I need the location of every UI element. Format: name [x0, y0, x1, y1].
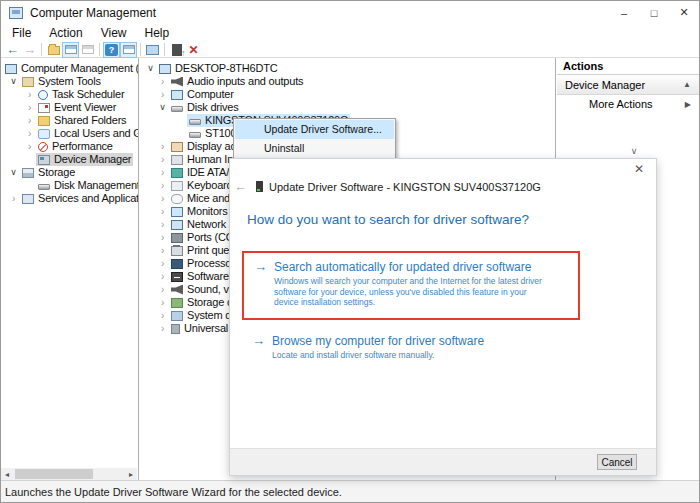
- chevron-right-icon[interactable]: ›: [156, 244, 169, 257]
- dialog-back-icon[interactable]: ←: [234, 179, 247, 194]
- forward-icon[interactable]: →: [21, 42, 38, 58]
- tree-item-services-applications[interactable]: › Services and Applications: [1, 192, 138, 205]
- chevron-right-icon[interactable]: ›: [156, 270, 169, 283]
- cancel-button[interactable]: Cancel: [597, 454, 637, 470]
- actions-group-device-manager[interactable]: Device Manager ▲: [557, 75, 699, 95]
- chevron-down-icon[interactable]: ∨: [156, 101, 169, 114]
- device-manager-icon: [38, 155, 50, 165]
- chevron-right-icon[interactable]: ›: [23, 114, 36, 127]
- tree-item-disk-drives[interactable]: ∨ Disk drives: [140, 101, 555, 114]
- dialog-close-icon[interactable]: ✕: [634, 162, 644, 176]
- tree-item-computer-management[interactable]: Computer Management (Local: [1, 62, 138, 75]
- dialog-footer: Cancel: [230, 448, 656, 475]
- scroll-left-icon[interactable]: ◂: [1, 470, 13, 479]
- help-icon[interactable]: ?: [103, 42, 120, 58]
- sound-icon: [171, 285, 183, 295]
- tree-item-storage[interactable]: ∨ Storage: [1, 166, 138, 179]
- chevron-down-icon[interactable]: ∨: [144, 62, 157, 75]
- system-devices-icon: [171, 311, 183, 321]
- back-icon[interactable]: ←: [4, 42, 21, 58]
- ports-icon: [171, 233, 183, 243]
- scrollbar-thumb[interactable]: [15, 469, 93, 479]
- scroll-down-chevron-icon[interactable]: ∨: [631, 146, 638, 156]
- option-title: Browse my computer for driver software: [272, 334, 484, 348]
- chevron-right-icon[interactable]: ›: [156, 205, 169, 218]
- tree-item-audio[interactable]: › Audio inputs and outputs: [140, 75, 555, 88]
- users-icon: [38, 129, 50, 139]
- status-bar: Launches the Update Driver Software Wiza…: [1, 480, 699, 502]
- collapse-icon[interactable]: ▲: [683, 80, 691, 89]
- update-driver-icon[interactable]: ↑: [168, 42, 185, 58]
- disk-management-icon: [38, 184, 50, 190]
- more-actions-item[interactable]: More Actions ▶: [557, 95, 699, 113]
- update-driver-dialog: ✕ ← Update Driver Software - KINGSTON SU…: [229, 158, 657, 476]
- chevron-right-icon[interactable]: ›: [156, 192, 169, 205]
- menu-item-update-driver-software[interactable]: Update Driver Software...: [235, 120, 394, 139]
- tree-item-device-manager[interactable]: Device Manager: [1, 153, 138, 166]
- tree-item-local-users-groups[interactable]: › Local Users and Groups: [1, 127, 138, 140]
- menu-item-uninstall[interactable]: Uninstall: [235, 139, 394, 158]
- chevron-right-icon[interactable]: ›: [23, 101, 36, 114]
- tree-item-task-scheduler[interactable]: › Task Scheduler: [1, 88, 138, 101]
- menu-action[interactable]: Action: [40, 25, 91, 41]
- arrow-right-icon: →: [252, 333, 265, 348]
- chevron-right-icon[interactable]: ›: [156, 296, 169, 309]
- tree-item-shared-folders[interactable]: › Shared Folders: [1, 114, 138, 127]
- menu-help[interactable]: Help: [136, 25, 179, 41]
- chevron-right-icon[interactable]: ›: [156, 88, 169, 101]
- tree-item-event-viewer[interactable]: › Event Viewer: [1, 101, 138, 114]
- scroll-right-icon[interactable]: ▸: [125, 470, 137, 479]
- remote-computer-icon[interactable]: [144, 42, 161, 58]
- tree-item-performance[interactable]: › Performance: [1, 140, 138, 153]
- computer-management-icon: [5, 64, 17, 74]
- ide-icon: [171, 168, 183, 178]
- arrow-right-icon: →: [254, 259, 267, 274]
- chevron-right-icon[interactable]: ›: [156, 309, 169, 322]
- minimize-button[interactable]: –: [609, 2, 639, 24]
- chevron-right-icon[interactable]: ›: [156, 283, 169, 296]
- title-bar: Computer Management – □ ✕: [1, 1, 699, 24]
- computer-icon: [159, 64, 171, 74]
- show-action-pane-icon[interactable]: [120, 42, 137, 58]
- event-viewer-icon: [38, 103, 50, 113]
- chevron-right-icon[interactable]: ›: [156, 218, 169, 231]
- chevron-right-icon[interactable]: ›: [156, 257, 169, 270]
- tree-item-computer[interactable]: › Computer: [140, 88, 555, 101]
- properties-icon[interactable]: [79, 42, 96, 58]
- horizontal-scrollbar[interactable]: ◂ ▸: [1, 468, 137, 480]
- software-icon: [171, 272, 183, 282]
- chevron-right-icon[interactable]: ›: [156, 153, 169, 166]
- option-search-automatically[interactable]: → Search automatically for updated drive…: [242, 251, 580, 320]
- close-button[interactable]: ✕: [669, 2, 699, 24]
- monitor-icon: [171, 90, 183, 100]
- chevron-right-icon[interactable]: ›: [23, 140, 36, 153]
- menu-file[interactable]: File: [3, 25, 40, 41]
- chevron-down-icon[interactable]: ∨: [7, 75, 20, 88]
- option-browse-computer[interactable]: → Browse my computer for driver software…: [242, 327, 582, 375]
- menu-view[interactable]: View: [92, 25, 136, 41]
- maximize-button[interactable]: □: [639, 2, 669, 24]
- processor-icon: [171, 259, 183, 269]
- tree-item-system-tools[interactable]: ∨ System Tools: [1, 75, 138, 88]
- chevron-right-icon[interactable]: ›: [156, 179, 169, 192]
- tree-item-disk-management[interactable]: Disk Management: [1, 179, 138, 192]
- chevron-right-icon[interactable]: ›: [156, 231, 169, 244]
- hid-icon: [171, 155, 183, 165]
- expand-right-icon[interactable]: ▶: [685, 100, 691, 109]
- chevron-right-icon[interactable]: ›: [7, 192, 20, 205]
- chevron-right-icon[interactable]: ›: [156, 75, 169, 88]
- chevron-down-icon[interactable]: ∨: [7, 166, 20, 179]
- chevron-right-icon[interactable]: ›: [23, 88, 36, 101]
- chevron-right-icon[interactable]: ›: [156, 166, 169, 179]
- console-tree-panel: Computer Management (Local ∨ System Tool…: [1, 58, 139, 480]
- disk-icon: [189, 132, 201, 138]
- storage-icon: [22, 168, 34, 178]
- chevron-right-icon[interactable]: ›: [156, 322, 169, 335]
- show-console-tree-icon[interactable]: [62, 42, 79, 58]
- export-list-icon[interactable]: [45, 42, 62, 58]
- chevron-right-icon[interactable]: ›: [23, 127, 36, 140]
- uninstall-icon[interactable]: ✕: [185, 42, 202, 58]
- actions-header: Actions: [557, 58, 699, 75]
- chevron-right-icon[interactable]: ›: [156, 140, 169, 153]
- tree-item-desktop-root[interactable]: ∨ DESKTOP-8TH6DTC: [140, 62, 555, 75]
